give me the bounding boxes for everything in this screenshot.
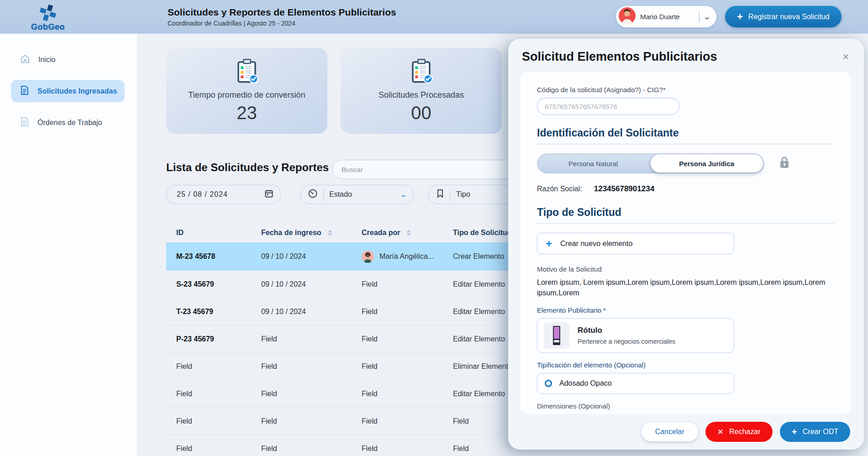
page-subtitle: Coordinador de Cuadrillas | Agosto 25 - …	[168, 20, 396, 27]
cell-creada: Field	[362, 308, 453, 316]
col-header-creada: Creada por	[362, 229, 400, 237]
divider	[537, 223, 835, 224]
cell-id: Field	[176, 362, 261, 371]
reject-button[interactable]: ✕ Rechazar	[705, 422, 773, 442]
tipificacion-option-adosado-opaco[interactable]: Adosado Opaco	[537, 373, 734, 394]
sidebar-item-ordenes-de-trabajo[interactable]: Órdenes de Trabajo	[11, 111, 125, 134]
sort-icon[interactable]	[406, 230, 411, 236]
close-icon[interactable]: ×	[840, 50, 852, 63]
crear-nuevo-elemento-button[interactable]: + Crear nuevo elemento	[537, 233, 734, 254]
sidebar-item-solicitudes-ingresadas[interactable]: Solicitudes Ingresadas	[11, 80, 125, 102]
estado-label: Estado	[329, 190, 395, 199]
plus-icon: +	[792, 426, 797, 437]
table-row[interactable]: M-23 45678 09 / 10 / 2024 María Angélica…	[166, 242, 542, 271]
elemento-card-rotulo[interactable]: Rótulo Pertenece a negocios comerciales	[537, 318, 734, 353]
stat-value: 23	[237, 103, 257, 123]
toggle-persona-natural[interactable]: Persona Natural	[537, 153, 650, 173]
cell-creada: Field	[362, 417, 453, 425]
cell-fecha: Field	[261, 445, 362, 453]
document-icon	[20, 117, 29, 129]
sidebar-item-label: Órdenes de Trabajo	[37, 119, 102, 127]
reject-label: Rechazar	[729, 428, 760, 436]
lock-icon	[779, 156, 790, 171]
cell-creada: Field	[362, 280, 453, 288]
register-new-request-button[interactable]: + Registrar nueva Solicitud	[725, 6, 842, 27]
drawer-form: Código de la solicitud (Asignado?) - CIG…	[521, 72, 851, 414]
chevron-down-icon: ⌄	[400, 191, 408, 198]
col-header-fecha: Fecha de ingreso	[261, 229, 321, 237]
table-row[interactable]: Field Field Field Editar Elemento	[166, 380, 542, 408]
divider	[323, 189, 324, 200]
clipboard-check-icon	[235, 58, 259, 86]
sidebar-item-label: Inicio	[38, 56, 55, 64]
creada-text: Field	[362, 308, 378, 316]
razon-social-value: 12345678901234	[594, 184, 654, 194]
table-body: M-23 45678 09 / 10 / 2024 María Angélica…	[166, 242, 542, 456]
table-header-row: ID Fecha de ingreso Creada por Tipo de S…	[166, 223, 542, 242]
cell-fecha: Field	[261, 362, 362, 371]
list-title: Lista de Solicitudes y Reportes	[166, 161, 329, 173]
sidebar: Inicio Solicitudes Ingresadas Órdenes de…	[0, 34, 137, 456]
table-row[interactable]: S-23 45679 09 / 10 / 2024 Field Editar E…	[166, 271, 542, 298]
crear-nuevo-label: Crear nuevo elemento	[560, 240, 632, 248]
cell-fecha: Field	[261, 417, 362, 425]
col-header-id: ID	[176, 229, 261, 237]
solicitudes-table: ID Fecha de ingreso Creada por Tipo de S…	[166, 223, 542, 456]
x-icon: ✕	[717, 427, 724, 437]
cell-fecha: 09 / 10 / 2024	[261, 280, 362, 288]
estado-filter[interactable]: Estado ⌄	[300, 185, 414, 204]
cell-id: Field	[176, 445, 261, 453]
table-row[interactable]: Field Field Field Field	[166, 435, 542, 456]
creada-text: Field	[362, 335, 378, 343]
cell-id: Field	[176, 417, 261, 425]
stat-label: Tiempo promedio de conversión	[188, 90, 305, 100]
creada-text: Field	[362, 445, 378, 453]
creada-text: Field	[362, 362, 378, 371]
stat-label: Solicitudes Procesadas	[379, 90, 464, 100]
logo-text: GobGeo	[31, 22, 65, 32]
codigo-input[interactable]	[537, 98, 679, 115]
drawer-footer: Cancelar ✕ Rechazar + Crear ODT	[508, 414, 864, 450]
date-filter[interactable]: 25 / 08 / 2024	[166, 185, 281, 204]
radio-circle-icon	[545, 380, 552, 387]
table-row[interactable]: T-23 45679 09 / 10 / 2024 Field Editar E…	[166, 298, 542, 325]
elemento-card-title: Rótulo	[578, 326, 675, 335]
motivo-text: Lorem ipsum, Lorem ipsum,Lorem ipsum,Lor…	[537, 277, 836, 298]
cell-id: T-23 45679	[176, 308, 261, 316]
cancel-button[interactable]: Cancelar	[642, 422, 698, 441]
dimensiones-label: Dimensiones (Opcional)	[537, 402, 835, 410]
home-icon	[20, 54, 30, 66]
table-row[interactable]: P-23 45679 Field Field Editar Elemento	[166, 325, 542, 353]
user-avatar	[619, 7, 636, 26]
stat-value: 00	[411, 103, 431, 123]
persona-toggle: Persona Natural Persona Jurídica	[537, 153, 764, 173]
creada-text: María Angélica...	[379, 252, 434, 261]
motivo-label: Motivo de la Solicitud	[537, 265, 835, 273]
razon-social-label: Razón Social:	[537, 185, 582, 193]
sidebar-item-inicio[interactable]: Inicio	[11, 48, 125, 71]
cell-creada: María Angélica...	[362, 251, 453, 263]
cell-fecha: Field	[261, 335, 362, 343]
document-icon	[20, 85, 29, 97]
cell-creada: Field	[362, 362, 453, 371]
search-input[interactable]	[332, 160, 533, 179]
table-row[interactable]: Field Field Field Eliminar Elemento	[166, 353, 542, 380]
status-gauge-icon	[308, 189, 318, 200]
cell-id: S-23 45679	[176, 280, 261, 288]
avatar	[362, 251, 374, 263]
elemento-card-subtitle: Pertenece a negocios comerciales	[578, 338, 675, 345]
cell-fecha: 09 / 10 / 2024	[261, 308, 362, 316]
sort-icon[interactable]	[328, 230, 332, 236]
codigo-label: Código de la solicitud (Asignado?) - CIG…	[537, 86, 835, 94]
create-odt-button[interactable]: + Crear ODT	[780, 422, 851, 442]
cell-id: Field	[176, 390, 261, 398]
app-header: GobGeo Solicitudes y Reportes de Element…	[0, 0, 868, 34]
user-menu[interactable]: Mario Duarte ⌄	[616, 6, 716, 27]
toggle-persona-juridica[interactable]: Persona Jurídica	[651, 154, 763, 173]
cell-creada: Field	[362, 445, 453, 453]
stat-card-tiempo-promedio: Tiempo promedio de conversión 23	[166, 48, 327, 134]
divider	[699, 11, 700, 22]
elemento-publicitario-label: Elemento Publicitario *	[537, 306, 835, 314]
stat-cards: Tiempo promedio de conversión 23 Solicit…	[166, 48, 502, 134]
table-row[interactable]: Field Field Field Field	[166, 408, 542, 435]
